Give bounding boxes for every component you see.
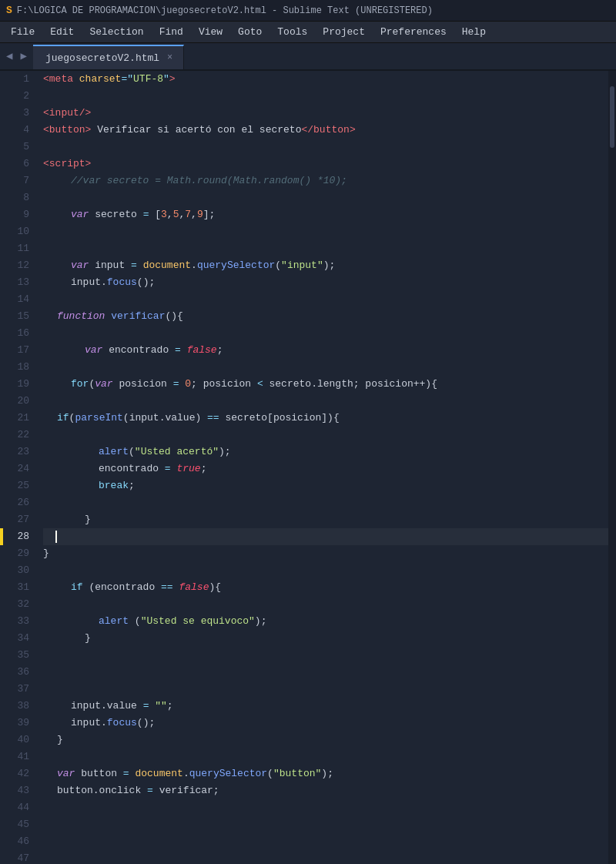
menu-goto[interactable]: Goto [230, 23, 270, 41]
code-line-45 [43, 816, 608, 833]
line-num-16: 16 [3, 325, 29, 342]
line-num-10: 10 [3, 223, 29, 240]
code-line-23: alert("Usted acertó"); [43, 444, 608, 460]
code-line-47 [43, 850, 608, 864]
code-line-15: function verificar(){ [43, 308, 608, 325]
line-num-31: 31 [3, 579, 29, 596]
line-num-20: 20 [3, 393, 29, 410]
code-line-10 [43, 223, 608, 240]
tab-close-button[interactable]: × [167, 52, 172, 63]
menu-help[interactable]: Help [454, 23, 494, 41]
menu-selection[interactable]: Selection [82, 23, 151, 41]
line-num-43: 43 [3, 782, 29, 799]
code-line-1: <meta charset="UTF-8"> [43, 71, 608, 88]
code-line-44 [43, 799, 608, 816]
code-line-34: } [43, 630, 608, 647]
line-num-35: 35 [3, 647, 29, 664]
line-num-29: 29 [3, 545, 29, 562]
code-line-32 [43, 596, 608, 613]
line-num-33: 33 [3, 613, 29, 630]
line-num-24: 24 [3, 460, 29, 477]
code-line-16 [43, 325, 608, 342]
code-line-13: input.focus(); [43, 274, 608, 291]
line-num-37: 37 [3, 681, 29, 698]
code-line-8 [43, 189, 608, 206]
line-num-28: 28 [3, 528, 29, 545]
line-num-40: 40 [3, 732, 29, 748]
line-num-12: 12 [3, 257, 29, 274]
code-line-30 [43, 562, 608, 579]
nav-left-arrow[interactable]: ◀ [3, 48, 15, 64]
code-line-46 [43, 833, 608, 850]
code-line-41 [43, 748, 608, 765]
menu-find[interactable]: Find [152, 23, 191, 41]
code-line-4: <button> Verificar si acertó con el secr… [43, 122, 608, 139]
scrollbar[interactable] [608, 71, 616, 864]
editor-area[interactable]: 1 2 3 4 5 6 7 8 9 10 11 12 13 14 15 16 1… [0, 71, 616, 864]
menu-file[interactable]: File [3, 23, 42, 41]
line-num-11: 11 [3, 240, 29, 257]
line-num-2: 2 [3, 88, 29, 105]
line-num-6: 6 [3, 156, 29, 172]
line-numbers: 1 2 3 4 5 6 7 8 9 10 11 12 13 14 15 16 1… [3, 71, 37, 864]
line-num-23: 23 [3, 444, 29, 460]
line-num-13: 13 [3, 274, 29, 291]
line-num-47: 47 [3, 850, 29, 864]
code-line-18 [43, 359, 608, 376]
code-line-38: input.value = ""; [43, 698, 608, 715]
line-num-32: 32 [3, 596, 29, 613]
code-line-6: <script> [43, 156, 608, 172]
code-line-14 [43, 291, 608, 308]
menu-preferences[interactable]: Preferences [373, 23, 454, 41]
code-line-26 [43, 494, 608, 511]
code-line-12: var input = document.querySelector("inpu… [43, 257, 608, 274]
menu-view[interactable]: View [191, 23, 230, 41]
line-num-7: 7 [3, 172, 29, 189]
code-content[interactable]: <meta charset="UTF-8"> <input/> <button>… [37, 71, 608, 864]
tab-label: juegosecretoV2.html [45, 52, 159, 64]
line-num-22: 22 [3, 427, 29, 444]
line-num-19: 19 [3, 376, 29, 393]
line-num-3: 3 [3, 105, 29, 122]
code-line-40: } [43, 732, 608, 748]
menu-bar: File Edit Selection Find View Goto Tools… [0, 22, 616, 43]
code-line-17: var encontrado = false; [43, 342, 608, 359]
code-line-33: alert ("Usted se equivoco"); [43, 613, 608, 630]
code-line-21: if(parseInt(input.value) == secreto[posi… [43, 410, 608, 427]
code-line-43: button.onclick = verificar; [43, 782, 608, 799]
app-icon: S [6, 5, 12, 16]
line-num-46: 46 [3, 833, 29, 850]
line-num-8: 8 [3, 189, 29, 206]
code-line-11 [43, 240, 608, 257]
code-line-3: <input/> [43, 105, 608, 122]
code-line-42: var button = document.querySelector("but… [43, 765, 608, 782]
nav-right-arrow[interactable]: ▶ [17, 48, 29, 64]
code-line-25: break; [43, 477, 608, 494]
code-line-5 [43, 139, 608, 156]
line-num-1: 1 [3, 71, 29, 88]
code-line-29: } [43, 545, 608, 562]
line-num-21: 21 [3, 410, 29, 427]
line-num-36: 36 [3, 664, 29, 681]
menu-tools[interactable]: Tools [270, 23, 315, 41]
line-num-42: 42 [3, 765, 29, 782]
line-num-45: 45 [3, 816, 29, 833]
code-line-24: encontrado = true; [43, 460, 608, 477]
line-num-17: 17 [3, 342, 29, 359]
line-num-34: 34 [3, 630, 29, 647]
code-line-19: for(var posicion = 0; posicion < secreto… [43, 376, 608, 393]
line-num-39: 39 [3, 715, 29, 732]
line-num-9: 9 [3, 206, 29, 223]
file-tab[interactable]: juegosecretoV2.html × [33, 45, 184, 69]
code-line-39: input.focus(); [43, 715, 608, 732]
line-num-30: 30 [3, 562, 29, 579]
menu-project[interactable]: Project [315, 23, 373, 41]
code-line-28 [43, 528, 608, 545]
line-num-44: 44 [3, 799, 29, 816]
scroll-thumb[interactable] [610, 86, 614, 148]
line-num-25: 25 [3, 477, 29, 494]
code-line-22 [43, 427, 608, 444]
code-line-27: } [43, 511, 608, 528]
code-line-36 [43, 664, 608, 681]
menu-edit[interactable]: Edit [42, 23, 82, 41]
